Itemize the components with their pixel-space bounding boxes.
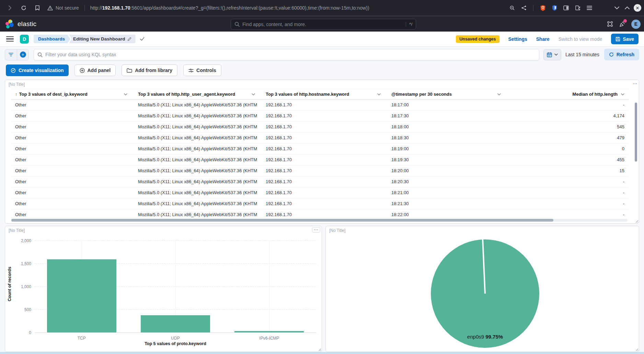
table-row[interactable]: OtherMozilla/5.0 (X11; Linux x86_64) App… — [11, 99, 629, 110]
global-search-input[interactable] — [242, 22, 403, 27]
table-row[interactable]: OtherMozilla/5.0 (X11; Linux x86_64) App… — [11, 121, 629, 132]
y-tick-label: 2,000 — [11, 238, 31, 243]
pencil-icon — [127, 37, 131, 41]
table-cell: 192.168.1.70 — [262, 179, 388, 184]
x-tick-label: TCP — [78, 336, 86, 341]
filter-menu-button[interactable] — [5, 49, 17, 60]
time-range-label[interactable]: Last 15 minutes — [565, 52, 599, 57]
column-header-hostname[interactable]: Top 3 values of http.hostname.keyword — [262, 92, 388, 97]
share-icon[interactable] — [519, 3, 529, 13]
panel-menu-icon[interactable]: ⋯ — [633, 81, 637, 86]
table-cell: Other — [11, 179, 134, 184]
table-row[interactable]: OtherMozilla/5.0 (X11; Linux x86_64) App… — [11, 165, 629, 176]
elastic-logo-icon — [5, 20, 14, 28]
x-tick-label: UDP — [171, 336, 180, 341]
window-minimize-icon[interactable] — [612, 3, 621, 12]
column-header-timestamp[interactable]: @timestamp per 30 seconds — [388, 92, 508, 97]
guided-setup-icon[interactable] — [607, 21, 613, 27]
table-row[interactable]: OtherMozilla/5.0 (X11; Linux x86_64) App… — [11, 132, 629, 143]
window-close-icon[interactable]: ✕ — [633, 3, 642, 12]
kql-input[interactable] — [45, 52, 536, 57]
elastic-logo[interactable]: elastic — [5, 20, 36, 28]
gridline — [269, 240, 269, 332]
table-cell: 18:19:00 — [388, 146, 508, 151]
table-cell: Mozilla/5.0 (X11; Linux x86_64) AppleWeb… — [134, 212, 262, 217]
panel-menu-icon[interactable]: ⋯ — [312, 227, 320, 233]
y-tick-label: 1,500 — [11, 261, 31, 266]
column-header-user-agent[interactable]: Top 3 values of http.http_user_agent.key… — [134, 92, 262, 97]
bar-udp[interactable] — [141, 315, 210, 332]
table-cell: 455 — [508, 157, 629, 162]
password-shield-icon[interactable] — [549, 3, 560, 13]
table-row[interactable]: OtherMozilla/5.0 (X11; Linux x86_64) App… — [11, 154, 629, 165]
switch-view-mode-link[interactable]: Switch to view mode — [559, 36, 602, 42]
nav-hamburger-icon[interactable] — [6, 36, 14, 42]
column-header-median[interactable]: Median of http.length — [508, 92, 629, 97]
pie-slice-enp0s9[interactable] — [431, 239, 539, 348]
save-button[interactable]: Save — [611, 34, 639, 44]
settings-link[interactable]: Settings — [508, 36, 527, 42]
breadcrumb-dashboards[interactable]: Dashboards — [34, 35, 70, 43]
add-filter-button[interactable]: + — [17, 49, 28, 60]
sort-asc-icon: ↑ — [15, 92, 18, 97]
chevron-down-icon[interactable] — [621, 93, 624, 95]
bar-chart-panel: [No Title] ⋯ Count of records 05001,0001… — [5, 226, 322, 352]
chevron-down-icon — [554, 54, 558, 56]
kql-search-box[interactable] — [34, 49, 539, 60]
bar-x-axis-title: Top 5 values of proto.keyword — [35, 341, 316, 346]
chevron-down-icon[interactable] — [124, 93, 127, 95]
table-row[interactable]: OtherMozilla/5.0 (X11; Linux x86_64) App… — [11, 143, 629, 154]
page-horizontal-scrollbar[interactable] — [0, 352, 644, 354]
table-cell: Other — [11, 168, 134, 173]
panel-resize-handle[interactable] — [635, 347, 638, 351]
controls-button[interactable]: Controls — [183, 64, 221, 76]
table-horizontal-scrollbar[interactable] — [11, 219, 627, 222]
table-row[interactable]: OtherMozilla/5.0 (X11; Linux x86_64) App… — [11, 198, 629, 209]
create-visualization-button[interactable]: Create visualization — [6, 64, 69, 76]
bar-ipv6-icmp[interactable] — [234, 331, 304, 332]
chevron-down-icon[interactable] — [377, 93, 381, 95]
share-link[interactable]: Share — [536, 36, 550, 42]
window-maximize-icon[interactable] — [623, 3, 632, 12]
extensions-icon[interactable] — [573, 3, 583, 13]
global-search[interactable]: ^/ — [231, 19, 416, 30]
chevron-down-icon[interactable] — [252, 93, 255, 95]
dashboard-app-badge[interactable]: D — [20, 35, 29, 44]
date-quick-select-button[interactable] — [543, 49, 561, 60]
table-cell: 192.168.1.70 — [262, 168, 388, 173]
bar-tcp[interactable] — [47, 259, 116, 332]
breadcrumb-current[interactable]: Editing New Dashboard — [69, 35, 136, 43]
bookmark-icon[interactable] — [32, 3, 43, 13]
browser-toolbar: Not secure http://192.168.1.70:5601/app/… — [0, 0, 644, 16]
table-cell: Mozilla/5.0 (X11; Linux x86_64) AppleWeb… — [134, 179, 262, 184]
reload-icon[interactable] — [19, 3, 29, 13]
table-cell: 18:21:00 — [388, 190, 508, 195]
filter-controls-group: + — [5, 49, 29, 60]
table-cell: Mozilla/5.0 (X11; Linux x86_64) AppleWeb… — [134, 201, 262, 206]
divider — [84, 5, 85, 11]
zoom-page-icon[interactable] — [507, 3, 517, 13]
address-bar[interactable]: Not secure http://192.168.1.70:5601/app/… — [47, 5, 504, 11]
refresh-button[interactable]: Refresh — [604, 49, 639, 60]
table-row[interactable]: OtherMozilla/5.0 (X11; Linux x86_64) App… — [11, 176, 629, 187]
add-panel-button[interactable]: Add panel — [74, 64, 116, 76]
panel-resize-handle[interactable] — [318, 347, 321, 351]
table-cell: 192.168.1.70 — [262, 190, 388, 195]
table-vertical-scrollbar[interactable] — [635, 103, 637, 162]
brave-shield-icon[interactable] — [538, 3, 548, 13]
browser-menu-icon[interactable] — [584, 3, 595, 13]
table-cell: 18:21:30 — [388, 201, 508, 206]
table-row[interactable]: OtherMozilla/5.0 (X11; Linux x86_64) App… — [11, 187, 629, 198]
pie-data-label: enp0s9 99.75% — [431, 334, 539, 340]
panel-resize-handle[interactable] — [635, 219, 638, 223]
chevron-down-icon[interactable] — [497, 93, 501, 95]
table-row[interactable]: OtherMozilla/5.0 (X11; Linux x86_64) App… — [11, 110, 629, 121]
avatar[interactable]: E — [631, 20, 641, 29]
column-header-dest-ip[interactable]: ↑ Top 3 values of dest_ip.keyword — [11, 92, 134, 97]
table-cell: 18:22:00 — [388, 212, 508, 217]
newsfeed-icon[interactable] — [619, 21, 626, 27]
add-from-library-button[interactable]: Add from library — [122, 64, 177, 76]
sidebar-icon[interactable] — [561, 3, 571, 13]
forward-icon[interactable] — [5, 3, 15, 13]
scrollbar-thumb[interactable] — [11, 219, 553, 222]
